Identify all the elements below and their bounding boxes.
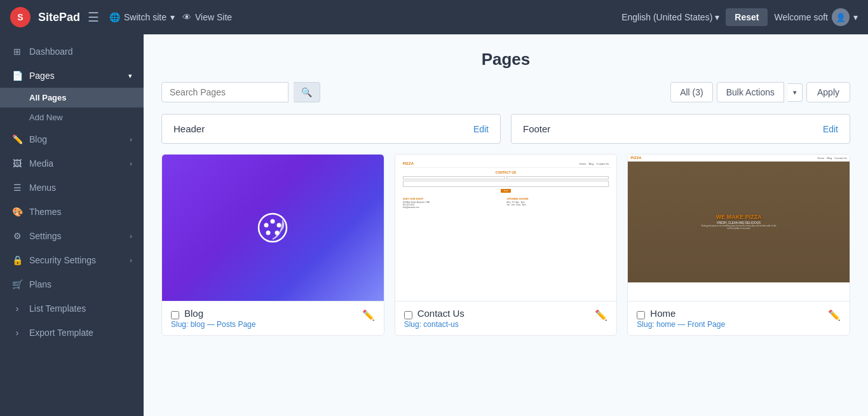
page-checkbox-home[interactable] — [637, 311, 645, 319]
user-menu[interactable]: Welcome soft 👤 ▾ — [774, 8, 858, 26]
header-edit-link[interactable]: Edit — [473, 124, 489, 134]
top-navigation: S SitePad ☰ 🌐 Switch site ▾ 👁 View Site … — [0, 0, 868, 34]
sidebar-subitem-add-new[interactable]: Add New — [0, 107, 144, 127]
eye-icon: 👁 — [182, 12, 191, 22]
sidebar-item-security-settings[interactable]: 🔒 Security Settings › — [0, 248, 144, 272]
contact-submit-btn: Send — [501, 189, 510, 193]
contact-shop-col: VISIT OUR SHOP 123 Main Street, Anytown,… — [403, 197, 505, 209]
page-name-contact: Contact Us — [417, 308, 465, 319]
contact-hours-col: OPENING HOURS Mon - Fri: 9am - 9pmSat - … — [507, 197, 609, 209]
page-card-footer-blog: Blog Slug: blog — Posts Page ✏️ — [162, 301, 384, 335]
hamburger-menu-icon[interactable]: ☰ — [88, 10, 99, 25]
bulk-actions-dropdown[interactable]: Bulk Actions — [717, 82, 784, 102]
contact-form-row — [403, 176, 609, 179]
contact-thumbnail: PIZZA Home Blog Contact Us CONTACT US — [395, 155, 617, 301]
grid-icon: ⊞ — [11, 46, 23, 57]
sidebar-item-menus[interactable]: ☰ Menus — [0, 176, 144, 200]
gear-icon: ⚙ — [11, 230, 23, 242]
page-name-blog: Blog — [184, 308, 203, 319]
sidebar-item-plans[interactable]: 🛒 Plans — [0, 272, 144, 296]
home-hero-title: WE MAKE PIZZA — [701, 214, 777, 220]
home-hero-text: WE MAKE PIZZA FRESH, CLEAN AND DELICIOUS… — [701, 214, 777, 230]
view-site-button[interactable]: 👁 View Site — [182, 12, 232, 22]
contact-preview-header: PIZZA Home Blog Contact Us — [400, 160, 612, 168]
chevron-down-icon: ▾ — [715, 12, 719, 22]
page-thumb-home: PIZZA Home Blog Contact Us WE MAKE PIZZA… — [628, 155, 850, 301]
toolbar-right: All (3) Bulk Actions ▾ Apply — [670, 82, 850, 102]
contact-preview-bottom: VISIT OUR SHOP 123 Main Street, Anytown,… — [400, 195, 612, 211]
contact-form-name — [403, 176, 505, 179]
chevron-icon: › — [130, 160, 132, 167]
pages-grid: Blog Slug: blog — Posts Page ✏️ PIZZA Ho… — [161, 154, 850, 336]
edit-icon-home[interactable]: ✏️ — [828, 309, 841, 321]
chevron-down-icon: ▾ — [170, 12, 175, 22]
home-hero-description: Doing great pizza is not something easy,… — [701, 225, 777, 230]
chevron-icon: › — [130, 256, 132, 264]
edit-icon-blog[interactable]: ✏️ — [362, 309, 375, 321]
sidebar-item-dashboard[interactable]: ⊞ Dashboard — [0, 39, 144, 64]
pencil-icon: ✏️ — [11, 134, 23, 145]
toolbar: 🔍 All (3) Bulk Actions ▾ Apply — [161, 82, 850, 102]
sidebar-item-export-template[interactable]: › Export Template — [0, 321, 144, 345]
arrow-right-icon: › — [11, 303, 23, 314]
blog-thumbnail — [162, 155, 384, 301]
page-checkbox-contact[interactable] — [404, 311, 412, 319]
language-selector[interactable]: English (United States) ▾ — [621, 12, 719, 22]
header-card: Header Edit — [161, 114, 501, 144]
main-layout: ⊞ Dashboard 📄 Pages ▾ All Pages Add New … — [0, 34, 868, 416]
page-card-contact[interactable]: PIZZA Home Blog Contact Us CONTACT US — [395, 154, 618, 336]
apply-button[interactable]: Apply — [806, 82, 850, 102]
page-thumb-contact: PIZZA Home Blog Contact Us CONTACT US — [395, 155, 617, 301]
footer-edit-link[interactable]: Edit — [823, 124, 838, 134]
contact-preview-title: CONTACT US — [403, 170, 609, 174]
contact-form-send: Send — [403, 188, 609, 193]
page-card-footer-contact: Contact Us Slug: contact-us ✏️ — [395, 301, 617, 335]
contact-preview-nav: Home Blog Contact Us — [580, 162, 609, 165]
search-input[interactable] — [161, 82, 288, 102]
sidebar: ⊞ Dashboard 📄 Pages ▾ All Pages Add New … — [0, 34, 144, 416]
image-icon: 🖼 — [11, 158, 23, 169]
sidebar-item-media[interactable]: 🖼 Media › — [0, 151, 144, 176]
svg-point-5 — [266, 231, 271, 235]
reset-button[interactable]: Reset — [726, 8, 768, 26]
page-checkbox-blog[interactable] — [171, 311, 179, 319]
footer-card: Footer Edit — [511, 114, 850, 144]
switch-site-button[interactable]: 🌐 Switch site ▾ — [109, 12, 175, 22]
search-button[interactable]: 🔍 — [294, 82, 320, 102]
list-icon: ☰ — [11, 182, 23, 193]
sidebar-item-list-templates[interactable]: › List Templates — [0, 296, 144, 321]
header-footer-row: Header Edit Footer Edit — [161, 114, 850, 144]
contact-preview-section: CONTACT US Send — [400, 168, 612, 195]
cart-icon: 🛒 — [11, 279, 23, 290]
page-thumb-blog — [162, 155, 384, 301]
edit-icon-contact[interactable]: ✏️ — [595, 309, 607, 321]
sidebar-item-pages[interactable]: 📄 Pages ▾ — [0, 64, 144, 88]
svg-point-2 — [271, 219, 275, 224]
app-name: SitePad — [38, 11, 80, 24]
topnav-right-area: English (United States) ▾ Reset Welcome … — [621, 8, 858, 26]
home-preview-header: PIZZA Home Blog Contact Us — [628, 155, 850, 162]
home-pizza-brand: PIZZA — [630, 156, 641, 160]
all-count-label: All (3) — [670, 82, 713, 102]
chevron-down-icon: ▾ — [853, 12, 858, 22]
page-card-home[interactable]: PIZZA Home Blog Contact Us WE MAKE PIZZA… — [627, 154, 850, 336]
page-name-home: Home — [650, 308, 675, 319]
file-icon: 📄 — [11, 70, 23, 81]
sidebar-subitem-all-pages[interactable]: All Pages — [0, 88, 144, 107]
bulk-actions-caret[interactable]: ▾ — [788, 83, 803, 102]
arrow-right-icon: › — [11, 327, 23, 338]
page-slug-home: Slug: home — Front Page — [637, 320, 725, 329]
home-preview-nav: Home Blog Contact Us — [818, 156, 847, 160]
sidebar-item-settings[interactable]: ⚙ Settings › — [0, 224, 144, 248]
svg-point-3 — [277, 223, 281, 228]
page-card-footer-home: Home Slug: home — Front Page ✏️ — [628, 301, 850, 335]
chevron-icon: › — [130, 135, 132, 143]
content-area: Pages 🔍 All (3) Bulk Actions ▾ Apply Hea… — [144, 34, 868, 416]
avatar: 👤 — [832, 8, 850, 26]
sidebar-item-blog[interactable]: ✏️ Blog › — [0, 127, 144, 151]
home-hero-section: WE MAKE PIZZA FRESH, CLEAN AND DELICIOUS… — [628, 162, 850, 282]
sidebar-item-themes[interactable]: 🎨 Themes — [0, 200, 144, 224]
page-card-blog[interactable]: Blog Slug: blog — Posts Page ✏️ — [161, 154, 384, 336]
chevron-icon: ▾ — [128, 72, 132, 80]
globe-icon: 🌐 — [109, 12, 120, 22]
